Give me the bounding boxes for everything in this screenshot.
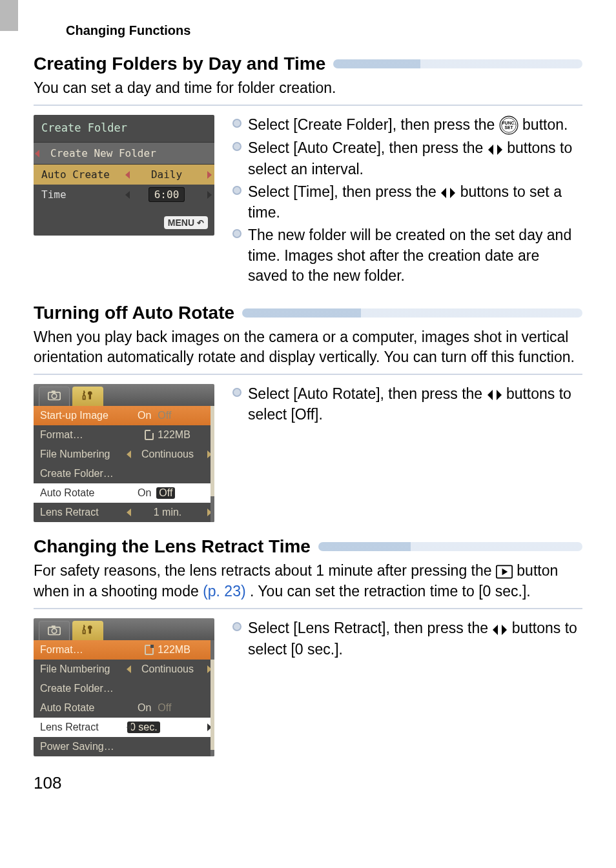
tools-tab bbox=[72, 621, 103, 640]
shot1-row2-key: Time bbox=[41, 188, 127, 201]
menu-row: Lens Retract1 min. bbox=[34, 503, 214, 522]
menu-row-value: OnOff bbox=[127, 702, 208, 714]
bullet: Select [Create Folder], then press the F… bbox=[232, 115, 582, 136]
menu-row: Format…122MB bbox=[34, 640, 214, 660]
side-tab bbox=[0, 0, 18, 31]
menu-row-key: Power Saving… bbox=[40, 741, 127, 752]
menu-row-value: Continuous bbox=[127, 663, 208, 675]
svg-marker-11 bbox=[488, 390, 493, 400]
scrollbar-thumb bbox=[210, 660, 214, 750]
camera-tab bbox=[39, 387, 70, 406]
bullet-dot-icon bbox=[232, 142, 241, 151]
left-arrow-icon bbox=[125, 191, 130, 199]
shot1-subtitle-text: Create New Folder bbox=[50, 147, 156, 159]
menu-row-key: Lens Retract bbox=[40, 507, 127, 518]
camera-tab bbox=[39, 621, 70, 640]
bullet: The new folder will be created on the se… bbox=[232, 225, 582, 285]
menu-row-key: File Numbering bbox=[40, 449, 127, 460]
left-arrow-icon bbox=[125, 171, 130, 179]
menu-row: Power Saving… bbox=[34, 737, 214, 756]
left-arrow-icon bbox=[127, 450, 131, 458]
svg-marker-18 bbox=[493, 625, 498, 635]
divider bbox=[34, 374, 582, 375]
bullet-dot-icon bbox=[232, 622, 241, 631]
bullet: Select [Lens Retract], then press the bu… bbox=[232, 618, 582, 659]
svg-marker-14 bbox=[502, 569, 508, 575]
svg-marker-19 bbox=[502, 625, 507, 635]
section-1-intro: You can set a day and time for folder cr… bbox=[34, 78, 582, 98]
section-3-title: Changing the Lens Retract Time bbox=[34, 536, 582, 557]
left-right-arrows-icon bbox=[492, 620, 508, 640]
tools-icon bbox=[81, 389, 94, 403]
camera-icon bbox=[48, 389, 61, 403]
menu-button-badge: MENU ↶ bbox=[164, 216, 208, 229]
shot1-row1-key: Auto Create bbox=[41, 168, 127, 181]
section-1-title-text: Creating Folders by Day and Time bbox=[34, 54, 325, 74]
menu-row: Start-up ImageOnOff bbox=[34, 406, 214, 425]
chapter-header: Changing Functions bbox=[66, 23, 582, 38]
svg-marker-7 bbox=[450, 188, 455, 198]
undo-icon: ↶ bbox=[197, 218, 204, 228]
menu-row: File NumberingContinuous bbox=[34, 660, 214, 679]
menu-row-key: Create Folder… bbox=[40, 683, 127, 694]
menu-row-value: OnOff bbox=[127, 487, 208, 499]
menu-row-key: Lens Retract bbox=[40, 722, 127, 733]
left-arrow-icon bbox=[127, 509, 131, 516]
left-arrow-icon bbox=[127, 723, 131, 731]
menu-row-value: 0 sec. bbox=[127, 722, 208, 733]
section-2-intro: When you play back images on the camera … bbox=[34, 327, 582, 367]
right-arrow-icon bbox=[207, 191, 212, 199]
svg-point-17 bbox=[52, 629, 57, 634]
svg-marker-5 bbox=[497, 145, 502, 155]
shot1-title: Create Folder bbox=[34, 115, 214, 137]
s3-intro-pre: For safety reasons, the lens retracts ab… bbox=[34, 562, 496, 579]
shot1-subtitle: Create New Folder bbox=[34, 142, 214, 165]
tools-tab bbox=[72, 387, 103, 406]
svg-text:FUNC.: FUNC. bbox=[502, 121, 515, 125]
menu-row: File NumberingContinuous bbox=[34, 445, 214, 464]
memory-card-icon bbox=[145, 430, 154, 440]
s3-intro-post: . You can set the retraction time to [0 … bbox=[250, 583, 531, 600]
b2-t1: Select [Auto Create], then press the bbox=[248, 139, 488, 156]
svg-rect-16 bbox=[52, 625, 56, 627]
shot1-row1-val: Daily bbox=[127, 168, 207, 181]
menu-row: Lens Retract0 sec. bbox=[34, 718, 214, 737]
menu-row-value: Continuous bbox=[127, 449, 208, 460]
b3-t1: Select [Time], then press the bbox=[248, 183, 440, 200]
right-arrow-icon bbox=[207, 171, 212, 179]
menu-row-key: Auto Rotate bbox=[40, 487, 127, 499]
menu-row-key: Auto Rotate bbox=[40, 702, 127, 714]
svg-rect-9 bbox=[52, 391, 56, 393]
section-3-title-text: Changing the Lens Retract Time bbox=[34, 536, 311, 557]
shot1-row-time: Time 6:00 bbox=[34, 185, 214, 205]
menu-row: Create Folder… bbox=[34, 464, 214, 483]
menu-row-value: 1 min. bbox=[127, 507, 208, 518]
bullet-dot-icon bbox=[232, 119, 241, 128]
page-number: 108 bbox=[34, 773, 582, 793]
menu-row-value: 122MB bbox=[127, 429, 208, 441]
left-right-arrows-icon bbox=[488, 139, 503, 159]
svg-marker-12 bbox=[497, 390, 502, 400]
page-ref-link[interactable]: (p. 23) bbox=[203, 583, 245, 600]
left-right-arrows-icon bbox=[487, 385, 502, 405]
screenshot-create-folder: Create Folder Create New Folder Auto Cre… bbox=[34, 115, 214, 236]
bullet: Select [Auto Rotate], then press the but… bbox=[232, 384, 582, 425]
menu-row-key: Format… bbox=[40, 429, 127, 441]
func-set-icon: FUNC.SET bbox=[499, 116, 518, 136]
menu-row: Auto RotateOnOff bbox=[34, 698, 214, 718]
svg-text:SET: SET bbox=[504, 125, 513, 130]
menu-row-value: OnOff bbox=[127, 410, 208, 421]
divider bbox=[34, 105, 582, 106]
left-right-arrows-icon bbox=[440, 183, 456, 203]
playback-icon bbox=[496, 561, 513, 581]
tools-icon bbox=[81, 623, 94, 638]
svg-point-10 bbox=[52, 394, 57, 399]
section-2-title-text: Turning off Auto Rotate bbox=[34, 303, 234, 323]
menu-label: MENU bbox=[168, 217, 194, 228]
left-arrow-icon bbox=[35, 150, 39, 157]
section-1-title: Creating Folders by Day and Time bbox=[34, 54, 582, 74]
camera-icon bbox=[48, 624, 61, 638]
bullet: Select [Auto Create], then press the but… bbox=[232, 138, 582, 179]
left-arrow-icon bbox=[127, 665, 131, 673]
b1-t1: Select [Create Folder], then press the bbox=[248, 116, 499, 133]
